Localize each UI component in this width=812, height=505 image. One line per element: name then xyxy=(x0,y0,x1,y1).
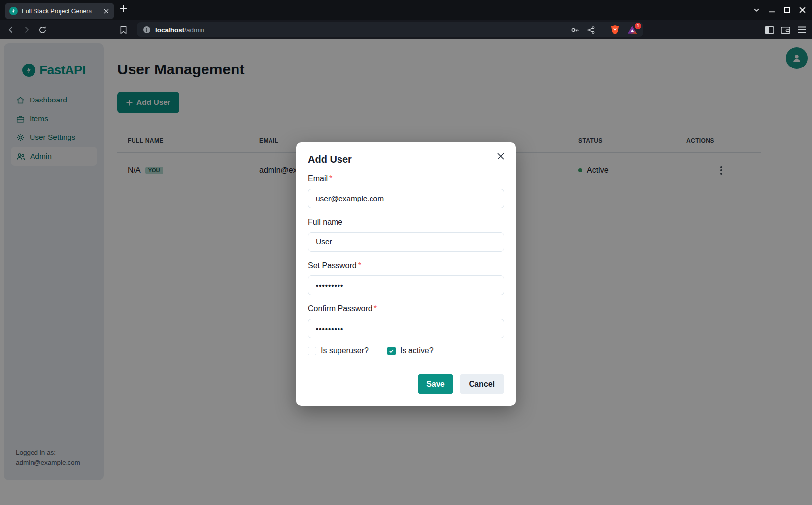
tab-title-fade xyxy=(85,5,100,17)
rewards-badge: 1 xyxy=(635,23,641,29)
window-maximize-button[interactable] xyxy=(779,2,795,17)
checkbox-checked-icon xyxy=(387,347,396,355)
save-button[interactable]: Save xyxy=(418,374,453,394)
confirm-password-label: Confirm Password* xyxy=(308,304,504,313)
required-marker: * xyxy=(358,261,361,269)
tab-search-chevron-icon[interactable] xyxy=(749,2,764,17)
tab-close-icon[interactable] xyxy=(103,8,110,15)
sidebar-toggle-icon[interactable] xyxy=(764,24,775,35)
email-field[interactable] xyxy=(308,189,504,208)
window-controls xyxy=(749,0,810,20)
modal-actions: Save Cancel xyxy=(308,374,504,394)
modal-close-icon[interactable] xyxy=(495,150,507,162)
cancel-button[interactable]: Cancel xyxy=(460,374,504,394)
bookmark-icon[interactable] xyxy=(117,24,129,35)
password-key-icon[interactable] xyxy=(570,25,579,34)
window-minimize-button[interactable] xyxy=(764,2,779,17)
is-superuser-label: Is superuser? xyxy=(321,346,369,355)
confirm-password-field[interactable] xyxy=(308,319,504,338)
browser-toolbar: localhost/admin xyxy=(0,20,812,39)
set-password-field[interactable] xyxy=(308,275,504,295)
forward-button[interactable] xyxy=(21,24,33,35)
page-viewport: FastAPI Dashboard Items User Sett xyxy=(0,39,812,505)
reload-button[interactable] xyxy=(36,24,48,35)
is-active-checkbox[interactable]: Is active? xyxy=(387,346,434,355)
address-bar[interactable]: localhost/admin xyxy=(137,22,643,37)
checkbox-row: Is superuser? Is active? xyxy=(308,346,504,355)
add-user-modal: Add User Email* Full name Set Password* … xyxy=(296,142,516,406)
url-host: localhost xyxy=(155,26,184,34)
tab-strip: Full Stack Project Genera xyxy=(0,0,812,20)
set-password-label: Set Password* xyxy=(308,261,504,270)
menu-hamburger-icon[interactable] xyxy=(796,24,807,35)
modal-title: Add User xyxy=(308,154,504,165)
window-close-button[interactable] xyxy=(795,2,810,17)
checkbox-unchecked-icon xyxy=(308,347,316,355)
url-path: /admin xyxy=(184,26,204,34)
new-tab-button[interactable] xyxy=(120,5,127,12)
email-label: Email* xyxy=(308,174,504,183)
full-name-label: Full name xyxy=(308,218,504,227)
required-marker: * xyxy=(329,174,332,183)
fastapi-favicon-icon xyxy=(9,7,18,15)
brave-rewards-icon[interactable]: 1 xyxy=(627,25,637,34)
toolbar-divider xyxy=(603,25,603,34)
wallet-icon[interactable] xyxy=(780,24,791,35)
brave-shield-icon[interactable] xyxy=(610,25,620,35)
back-button[interactable] xyxy=(5,24,17,35)
share-icon[interactable] xyxy=(587,26,595,34)
required-marker: * xyxy=(374,304,377,313)
browser-tab[interactable]: Full Stack Project Genera xyxy=(5,3,114,19)
site-info-icon[interactable] xyxy=(143,26,151,34)
is-active-label: Is active? xyxy=(400,346,434,355)
full-name-field[interactable] xyxy=(308,232,504,252)
is-superuser-checkbox[interactable]: Is superuser? xyxy=(308,346,387,355)
